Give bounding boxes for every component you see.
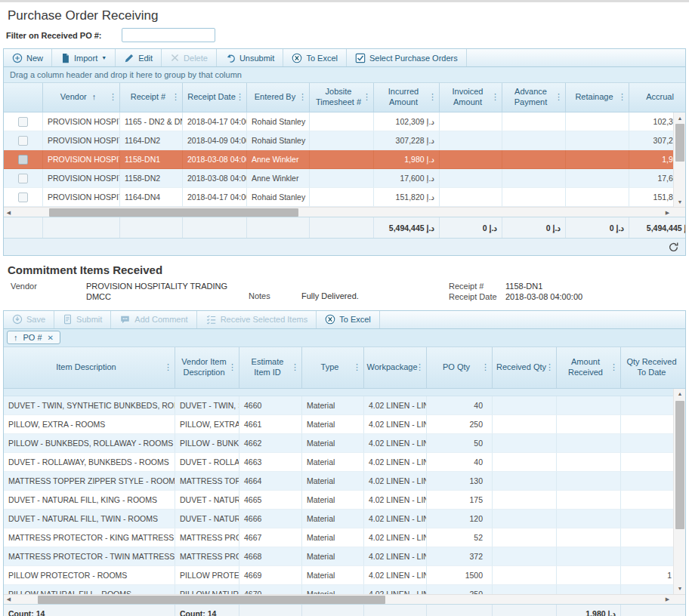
table-row[interactable]: PROVISION HOSPITALITY TRADING DMCC 1165 … xyxy=(4,112,685,131)
save-button[interactable]: Save xyxy=(4,311,54,328)
column-menu-icon[interactable]: ⋮ xyxy=(236,92,244,103)
col-header-accrual[interactable]: Accrual xyxy=(629,83,685,112)
column-menu-icon[interactable]: ⋮ xyxy=(491,92,499,103)
col-header-amount-received[interactable]: Amount Received⋮ xyxy=(557,347,621,388)
group-chip-po[interactable]: ↑ PO # ✕ xyxy=(7,331,60,344)
column-menu-icon[interactable]: ⋮ xyxy=(353,362,361,373)
new-button[interactable]: New xyxy=(4,49,52,66)
col-header-receipt[interactable]: Receipt #⋮ xyxy=(120,83,183,112)
col-header-received-qty[interactable]: Received Qty⋮ xyxy=(493,347,557,388)
group-drop-zone[interactable]: Drag a column header and drop it here to… xyxy=(4,67,685,83)
section-title: Commitment Items Received xyxy=(3,256,686,278)
to-excel-button[interactable]: To Excel xyxy=(283,49,347,66)
row-checkbox[interactable] xyxy=(18,155,28,165)
column-menu-icon[interactable]: ⋮ xyxy=(171,92,180,103)
table-row[interactable]: PILLOW NATURAL FILL - ROOMS PILLOW NATUR… xyxy=(4,585,685,594)
scroll-down-icon[interactable]: ▼ xyxy=(674,584,685,594)
import-button[interactable]: Import ▼ xyxy=(52,49,116,66)
col-header-type[interactable]: Type⋮ xyxy=(302,347,364,388)
column-menu-icon[interactable]: ⋮ xyxy=(416,362,424,373)
table-row[interactable]: PROVISION HOSPITALITY TRADING DMCC 1158-… xyxy=(4,150,685,169)
table-row[interactable]: PILLOW - BUNKBEDS, ROLLAWAY - ROOMS PILL… xyxy=(4,434,685,453)
col-header-jobsite-timesheet[interactable]: Jobsite Timesheet #⋮ xyxy=(310,83,374,112)
scrollbar-thumb[interactable] xyxy=(675,124,684,162)
col-header-workpackage[interactable]: Workpackage⋮ xyxy=(364,347,427,388)
horizontal-scrollbar[interactable]: ◀ ▶ xyxy=(4,207,685,217)
col-header-po-qty[interactable]: PO Qty⋮ xyxy=(427,347,493,388)
col-header-entered-by[interactable]: Entered By⋮ xyxy=(247,83,310,112)
refresh-button[interactable] xyxy=(668,242,679,253)
amount-received-cell xyxy=(557,491,621,510)
table-row[interactable]: MATTRESS PROTECTOR - KING MATTRESS - ROO… xyxy=(4,528,685,547)
vertical-scrollbar[interactable]: ▲ ▼ xyxy=(673,389,685,594)
scrollbar-thumb[interactable] xyxy=(49,208,298,217)
column-menu-icon[interactable]: ⋮ xyxy=(610,362,618,373)
item-description-cell: MATTRESS TOPPER ZIPPER STYLE - ROOMS xyxy=(4,472,175,491)
table-row[interactable]: PROVISION HOSPITALITY TRADING DMCC 1158-… xyxy=(4,169,685,188)
table-row[interactable]: PILLOW, EXTRA - ROOMS PILLOW, EXTRA - RO… xyxy=(4,415,685,434)
estimate-item-id-cell: 4661 xyxy=(239,415,302,434)
horizontal-scrollbar[interactable]: ◀ ▶ xyxy=(4,594,685,604)
table-row[interactable]: PILLOW PROTECTOR - ROOMS PILLOW PROTECTO… xyxy=(4,566,685,585)
column-menu-icon[interactable]: ⋮ xyxy=(618,92,626,103)
sort-asc-icon[interactable]: ↑ xyxy=(14,333,18,342)
to-excel-button[interactable]: To Excel xyxy=(317,311,380,328)
vendor-item-cell: PILLOW - BUNKBEDS, ROLLAWAY xyxy=(175,434,239,453)
delete-button[interactable]: Delete xyxy=(162,49,217,66)
table-row[interactable]: MATTRESS PROTECTOR - TWIN MATTRESS - ROO… xyxy=(4,547,685,566)
add-comment-button[interactable]: Add Comment xyxy=(111,311,196,328)
col-header-item-description[interactable]: Item Description⋮ xyxy=(4,347,175,388)
column-menu-icon[interactable]: ⋮ xyxy=(164,362,172,373)
edit-button[interactable]: Edit xyxy=(116,49,162,66)
col-header-receipt-date[interactable]: Receipt Date⋮ xyxy=(183,83,247,112)
column-menu-icon[interactable]: ⋮ xyxy=(555,92,563,103)
row-checkbox[interactable] xyxy=(18,136,28,146)
table-row[interactable]: MATTRESS TOPPER ZIPPER STYLE - ROOMS MAT… xyxy=(4,472,685,491)
group-row[interactable] xyxy=(4,389,685,396)
table-row[interactable]: DUVET - TWIN, SYNTHETIC BUNKBEDS, ROLLAW… xyxy=(4,396,685,415)
unsubmit-button[interactable]: Unsubmit xyxy=(217,49,283,66)
col-header-invoiced-amount[interactable]: Invoiced Amount⋮ xyxy=(440,83,502,112)
row-checkbox[interactable] xyxy=(18,174,28,183)
column-menu-icon[interactable]: ⋮ xyxy=(228,362,236,373)
column-menu-icon[interactable]: ⋮ xyxy=(545,362,554,373)
scroll-up-icon[interactable]: ▲ xyxy=(674,389,685,399)
receive-selected-items-button[interactable]: Receive Selected Items xyxy=(197,311,317,328)
scrollbar-thumb[interactable] xyxy=(38,596,385,604)
table-row[interactable]: DUVET - ROLLAWAY, BUNKBEDS - ROOMS DUVET… xyxy=(4,453,685,472)
vertical-scrollbar[interactable]: ▲ ▼ xyxy=(673,112,685,207)
col-header-qty-received-to-date[interactable]: Qty Received To Date xyxy=(621,347,685,388)
row-checkbox[interactable] xyxy=(18,117,28,127)
filter-po-input[interactable] xyxy=(122,28,215,42)
filter-row: Filter on Received PO #: xyxy=(3,26,686,48)
table-row[interactable]: DUVET - NATURAL FILL, TWIN - ROOMS DUVET… xyxy=(4,510,685,528)
select-purchase-orders-button[interactable]: Select Purchase Orders xyxy=(347,49,467,66)
col-header-retainage[interactable]: Retainage⋮ xyxy=(566,83,629,112)
scrollbar-thumb[interactable] xyxy=(675,401,684,529)
col-header-vendor[interactable]: Vendor↑⋮ xyxy=(43,83,120,112)
scroll-up-icon[interactable]: ▲ xyxy=(674,112,685,123)
col-header-advance-payment[interactable]: Advance Payment⋮ xyxy=(502,83,566,112)
vendor-label: Vendor xyxy=(11,281,86,303)
column-menu-icon[interactable]: ⋮ xyxy=(109,92,117,103)
column-menu-icon[interactable]: ⋮ xyxy=(291,362,299,373)
receipt-date-cell: 2018-03-08 04:00:00 xyxy=(183,150,247,169)
estimate-item-id-cell: 4666 xyxy=(239,510,302,528)
table-row[interactable]: DUVET - NATURAL FILL, KING - ROOMS DUVET… xyxy=(4,491,685,510)
col-header-estimate-item-id[interactable]: Estimate Item ID⋮ xyxy=(239,347,302,388)
column-menu-icon[interactable]: ⋮ xyxy=(428,92,437,103)
jobsite-cell xyxy=(310,131,374,150)
po-grid-panel: Drag a column header and drop it here to… xyxy=(3,67,686,256)
item-description-cell: PILLOW, EXTRA - ROOMS xyxy=(4,415,175,434)
close-icon[interactable]: ✕ xyxy=(48,334,54,342)
column-menu-icon[interactable]: ⋮ xyxy=(481,362,490,373)
table-row[interactable]: PROVISION HOSPITALITY TRADING DMCC 1164-… xyxy=(4,188,685,207)
submit-button[interactable]: Submit xyxy=(54,311,111,328)
scroll-down-icon[interactable]: ▼ xyxy=(674,196,685,207)
col-header-incurred-amount[interactable]: Incurred Amount⋮ xyxy=(374,83,440,112)
table-row[interactable]: PROVISION HOSPITALITY TRADING DMCC 1164-… xyxy=(4,131,685,150)
column-menu-icon[interactable]: ⋮ xyxy=(298,92,307,103)
col-header-vendor-item-description[interactable]: Vendor Item Description⋮ xyxy=(175,347,239,388)
row-checkbox[interactable] xyxy=(18,192,28,202)
column-menu-icon[interactable]: ⋮ xyxy=(363,92,371,103)
